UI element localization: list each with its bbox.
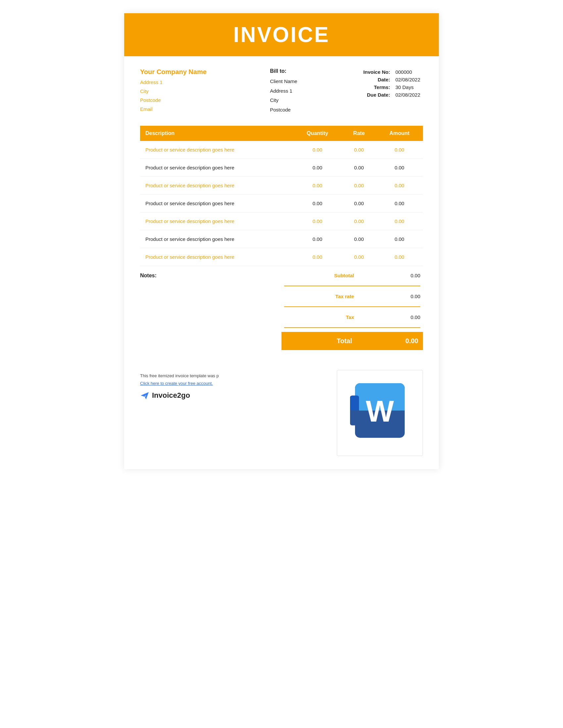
due-date-value: 02/08/2022 [393,91,423,99]
invoice-title: INVOICE [124,23,439,47]
total-label: Total [282,332,357,350]
invoice-meta: Invoice No: 000000 Date: 02/08/2022 Term… [361,68,423,114]
row-amount: 0.00 [376,230,423,248]
tax-label: Tax [282,311,357,323]
company-details: Your Company Name Address 1 City Postcod… [140,68,207,114]
word-icon: W [350,380,410,446]
footer-left: This free itemized invoice template was … [140,370,324,400]
row-rate: 0.00 [342,212,376,230]
company-address1: Address 1 [140,78,207,87]
row-quantity: 0.00 [293,159,342,177]
bill-to-city: City [270,96,298,105]
row-rate: 0.00 [342,141,376,159]
tax-rate-label: Tax rate [282,290,357,302]
col-header-description: Description [140,126,293,141]
totals-section: Subtotal 0.00 Tax rate 0.00 Tax 0.00 [282,269,423,350]
row-description: Product or service description goes here [140,195,293,212]
invoice-no-label: Invoice No: [361,68,393,76]
invoice-table-section: Description Quantity Rate Amount Product… [124,126,439,266]
terms-value: 30 Days [393,83,423,91]
notes-section: Notes: [140,269,267,350]
logo-plane-icon [140,391,149,400]
row-description: Product or service description goes here [140,177,293,195]
terms-label: Terms: [361,83,393,91]
row-amount: 0.00 [376,159,423,177]
row-description: Product or service description goes here [140,159,293,177]
col-header-amount: Amount [376,126,423,141]
table-row: Product or service description goes here… [140,230,423,248]
row-quantity: 0.00 [293,141,342,159]
invoice-no-value: 000000 [393,68,423,76]
row-quantity: 0.00 [293,248,342,266]
row-rate: 0.00 [342,177,376,195]
row-quantity: 0.00 [293,177,342,195]
footer-text: This free itemized invoice template was … [140,373,324,378]
row-amount: 0.00 [376,195,423,212]
svg-text:W: W [366,395,394,428]
date-label: Date: [361,76,393,83]
total-value: 0.00 [357,332,423,350]
row-description: Product or service description goes here [140,248,293,266]
company-city: City [140,87,207,96]
row-amount: 0.00 [376,177,423,195]
footer-logo: Invoice2go [140,391,324,400]
svg-marker-0 [141,392,149,399]
table-row: Product or service description goes here… [140,212,423,230]
tax-value: 0.00 [357,311,423,323]
row-rate: 0.00 [342,159,376,177]
tax-rate-value: 0.00 [357,290,423,302]
row-amount: 0.00 [376,141,423,159]
row-quantity: 0.00 [293,212,342,230]
col-header-rate: Rate [342,126,376,141]
word-icon-wrapper: W [337,370,423,456]
table-row: Product or service description goes here… [140,177,423,195]
due-date-label: Due Date: [361,91,393,99]
bill-to-address1: Address 1 [270,86,298,96]
table-row: Product or service description goes here… [140,141,423,159]
svg-rect-8 [350,396,359,411]
footer-section: This free itemized invoice template was … [124,363,439,469]
row-rate: 0.00 [342,195,376,212]
invoice-container: INVOICE Your Company Name Address 1 City… [124,13,439,469]
table-row: Product or service description goes here… [140,159,423,177]
invoice-header: INVOICE [124,13,439,56]
company-email: Email [140,105,207,114]
notes-label: Notes: [140,273,157,278]
row-description: Product or service description goes here [140,141,293,159]
col-header-quantity: Quantity [293,126,342,141]
subtotal-label: Subtotal [282,269,357,282]
row-quantity: 0.00 [293,230,342,248]
row-rate: 0.00 [342,248,376,266]
bill-to-label: Bill to: [270,68,298,74]
company-postcode: Postcode [140,96,207,105]
totals-table: Subtotal 0.00 Tax rate 0.00 Tax 0.00 [282,269,423,350]
row-amount: 0.00 [376,212,423,230]
bill-to: Bill to: Client Name Address 1 City Post… [270,68,298,114]
logo-text: Invoice2go [152,391,190,400]
table-row: Product or service description goes here… [140,195,423,212]
bottom-section: Notes: Subtotal 0.00 Tax rate 0.00 [124,269,439,363]
subtotal-value: 0.00 [357,269,423,282]
invoice-table: Description Quantity Rate Amount Product… [140,126,423,266]
table-row: Product or service description goes here… [140,248,423,266]
row-description: Product or service description goes here [140,212,293,230]
bill-to-client-name: Client Name [270,77,298,86]
company-name: Your Company Name [140,68,207,76]
row-quantity: 0.00 [293,195,342,212]
footer-link[interactable]: Click here to create your free account. [140,381,213,386]
bill-to-postcode: Postcode [270,105,298,115]
row-amount: 0.00 [376,248,423,266]
date-value: 02/08/2022 [393,76,423,83]
row-rate: 0.00 [342,230,376,248]
invoice-info: Your Company Name Address 1 City Postcod… [124,56,439,122]
row-description: Product or service description goes here [140,230,293,248]
